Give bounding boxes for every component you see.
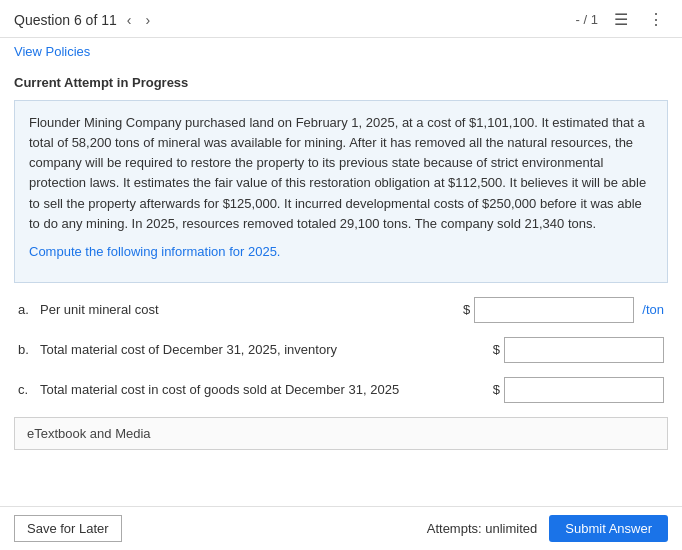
question-text-paragraph: Flounder Mining Company purchased land o… <box>29 113 653 234</box>
top-bar: Question 6 of 11 ‹ › - / 1 ☰ ⋮ <box>0 0 682 38</box>
list-icon[interactable]: ☰ <box>610 8 632 31</box>
row-letter-a: a. <box>18 302 40 317</box>
more-options-icon[interactable]: ⋮ <box>644 8 668 31</box>
dollar-c: $ <box>493 382 500 397</box>
row-label-a: Per unit mineral cost <box>40 302 463 317</box>
attempt-label: Current Attempt in Progress <box>14 75 668 90</box>
unit-label-a: /ton <box>642 302 664 317</box>
dollar-a: $ <box>463 302 470 317</box>
content-area: Current Attempt in Progress Flounder Min… <box>0 65 682 506</box>
save-for-later-button[interactable]: Save for Later <box>14 515 122 542</box>
answer-section: a. Per unit mineral cost $ /ton b. Total… <box>14 297 668 403</box>
answer-row-a: a. Per unit mineral cost $ /ton <box>18 297 664 323</box>
bottom-right: Attempts: unlimited Submit Answer <box>427 515 668 542</box>
answer-input-a[interactable] <box>474 297 634 323</box>
etextbook-label: eTextbook and Media <box>27 426 151 441</box>
question-box: Flounder Mining Company purchased land o… <box>14 100 668 283</box>
row-letter-b: b. <box>18 342 40 357</box>
question-label: Question 6 of 11 <box>14 12 117 28</box>
view-policies-link[interactable]: View Policies <box>0 38 682 65</box>
answer-row-b: b. Total material cost of December 31, 2… <box>18 337 664 363</box>
attempts-text: Attempts: unlimited <box>427 521 538 536</box>
etextbook-bar[interactable]: eTextbook and Media <box>14 417 668 450</box>
top-bar-left: Question 6 of 11 ‹ › <box>14 10 154 30</box>
dollar-b: $ <box>493 342 500 357</box>
compute-text: Compute the following information for 20… <box>29 242 653 262</box>
submit-answer-button[interactable]: Submit Answer <box>549 515 668 542</box>
answer-row-c: c. Total material cost in cost of goods … <box>18 377 664 403</box>
prev-question-button[interactable]: ‹ <box>123 10 136 30</box>
row-letter-c: c. <box>18 382 40 397</box>
answer-input-b[interactable] <box>504 337 664 363</box>
page-wrapper: Question 6 of 11 ‹ › - / 1 ☰ ⋮ View Poli… <box>0 0 682 550</box>
page-indicator: - / 1 <box>576 12 598 27</box>
row-label-b: Total material cost of December 31, 2025… <box>40 342 493 357</box>
row-label-c: Total material cost in cost of goods sol… <box>40 382 493 397</box>
answer-input-c[interactable] <box>504 377 664 403</box>
bottom-bar: Save for Later Attempts: unlimited Submi… <box>0 506 682 550</box>
next-question-button[interactable]: › <box>141 10 154 30</box>
top-bar-right: - / 1 ☰ ⋮ <box>576 8 668 31</box>
